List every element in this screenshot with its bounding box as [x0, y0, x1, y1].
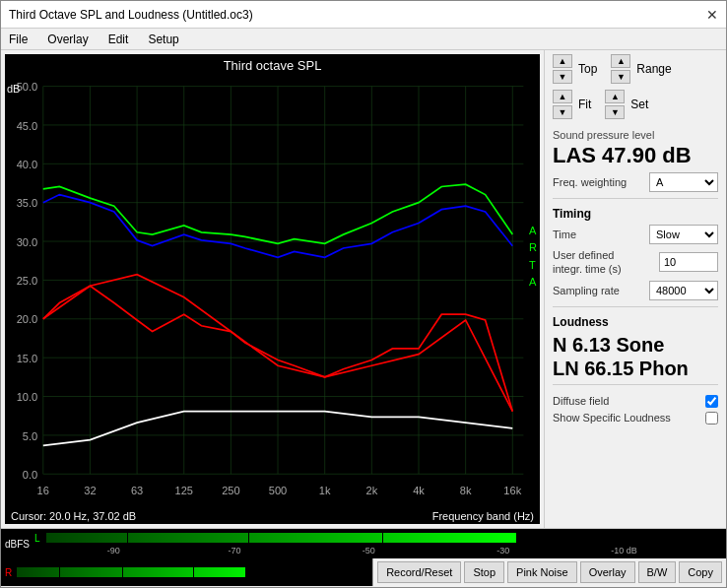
time-row: Time Slow Fast — [553, 225, 718, 244]
svg-text:25.0: 25.0 — [17, 275, 38, 287]
svg-text:16k: 16k — [503, 485, 521, 496]
menu-overlay[interactable]: Overlay — [43, 32, 92, 47]
bw-button[interactable]: B/W — [638, 561, 677, 583]
r-tick-5 — [326, 565, 327, 579]
main-content: Third octave SPL dB — [1, 50, 726, 528]
show-specific-checkbox[interactable] — [705, 412, 718, 425]
user-defined-row: User definedintegr. time (s) — [553, 248, 718, 277]
pink-noise-button[interactable]: Pink Noise — [507, 561, 577, 583]
chart-footer: Cursor: 20.0 Hz, 37.02 dB Frequency band… — [5, 508, 540, 524]
svg-text:1k: 1k — [319, 485, 331, 496]
time-label: Time — [553, 229, 576, 240]
svg-text:5.0: 5.0 — [23, 429, 37, 441]
checkboxes-section: Diffuse field Show Specific Loudness — [553, 395, 718, 426]
svg-text:2k: 2k — [365, 485, 377, 496]
meter-r-track — [17, 567, 368, 577]
time-select[interactable]: Slow Fast — [649, 225, 718, 244]
right-panel: ▲ ▼ Top ▲ ▼ Range ▲ ▼ Fit ▲ ▼ — [544, 50, 726, 528]
fit-up-button[interactable]: ▲ — [553, 90, 572, 103]
main-window: Third Octave SPL and Loudness (Untitled.… — [0, 0, 727, 588]
svg-text:40.0: 40.0 — [17, 159, 38, 170]
sampling-rate-label: Sampling rate — [553, 285, 620, 296]
spl-section-label: Sound pressure level — [553, 129, 718, 141]
freq-weighting-row: Freq. weighting A C Z — [553, 172, 718, 192]
close-button[interactable]: ✕ — [706, 7, 718, 23]
menu-setup[interactable]: Setup — [144, 32, 182, 47]
set-nav-group: ▲ ▼ — [605, 90, 625, 119]
copy-button[interactable]: Copy — [679, 561, 722, 583]
menu-file[interactable]: File — [5, 32, 32, 47]
svg-text:4k: 4k — [413, 485, 425, 496]
top-up-button[interactable]: ▲ — [553, 54, 572, 68]
dbfs-label: dBFS — [1, 539, 34, 550]
diffuse-field-label: Diffuse field — [553, 395, 609, 407]
svg-text:10.0: 10.0 — [17, 391, 38, 403]
r-tick-4 — [263, 565, 264, 579]
show-specific-row: Show Specific Loudness — [553, 412, 718, 425]
svg-text:32: 32 — [84, 485, 96, 496]
timing-title: Timing — [553, 207, 718, 221]
range-nav-group: ▲ ▼ — [611, 54, 630, 84]
tick-label-90: -90 — [107, 546, 120, 555]
dbfs-meter-area: dBFS L — [1, 529, 726, 558]
tick-labels: -90 -70 -50 -30 -10 dB — [46, 546, 718, 555]
svg-text:8k: 8k — [460, 485, 472, 496]
tick-90 — [127, 531, 128, 545]
overlay-button[interactable]: Overlay — [580, 561, 635, 583]
svg-text:250: 250 — [222, 485, 239, 496]
meter-l-mask — [516, 533, 718, 543]
set-down-button[interactable]: ▼ — [605, 105, 625, 119]
cursor-text: Cursor: 20.0 Hz, 37.02 dB — [11, 510, 136, 522]
svg-text:0.0: 0.0 — [23, 469, 37, 481]
fit-label: Fit — [578, 98, 591, 111]
title-bar: Third Octave SPL and Loudness (Untitled.… — [1, 1, 726, 29]
tick-label-30: -30 — [496, 546, 509, 555]
meter-rows: L -90 — [34, 532, 722, 555]
user-defined-input[interactable] — [659, 252, 718, 272]
menu-bar: File Overlay Edit Setup — [1, 29, 726, 50]
sampling-rate-select[interactable]: 48000 44100 — [649, 281, 718, 300]
svg-text:A: A — [529, 276, 537, 288]
freq-weighting-select[interactable]: A C Z — [649, 172, 718, 192]
tick-10 — [637, 531, 638, 545]
svg-text:63: 63 — [131, 485, 143, 496]
l-label: L — [34, 533, 44, 544]
diffuse-field-checkbox[interactable] — [705, 395, 718, 408]
tick-50 — [382, 531, 383, 545]
bottom-r-row: R Record/Reset Stop Pink Noise Overlay — [1, 558, 726, 586]
set-up-button[interactable]: ▲ — [605, 90, 625, 103]
range-up-button[interactable]: ▲ — [611, 54, 630, 68]
r-tick-2 — [122, 565, 123, 579]
svg-text:35.0: 35.0 — [17, 197, 38, 209]
tick-label-10: -10 dB — [611, 546, 637, 555]
record-reset-button[interactable]: Record/Reset — [377, 561, 461, 583]
r-tick-3 — [193, 565, 194, 579]
freq-label: Frequency band (Hz) — [432, 510, 534, 522]
top-down-button[interactable]: ▼ — [553, 70, 572, 84]
action-buttons: Record/Reset Stop Pink Noise Overlay B/W… — [372, 558, 726, 586]
loudness-title: Loudness — [553, 315, 718, 329]
freq-weighting-label: Freq. weighting — [553, 176, 627, 188]
svg-text:15.0: 15.0 — [17, 353, 38, 364]
chart-area: Third octave SPL dB — [5, 54, 540, 524]
meter-l-track — [46, 533, 718, 543]
stop-button[interactable]: Stop — [464, 561, 504, 583]
r-label: R — [5, 567, 15, 578]
svg-text:500: 500 — [269, 485, 287, 496]
fit-down-button[interactable]: ▼ — [553, 105, 572, 119]
tick-30 — [516, 531, 517, 545]
spl-section: Sound pressure level LAS 47.90 dB Freq. … — [553, 129, 718, 199]
r-meter-section: R — [1, 558, 372, 586]
top-label: Top — [578, 62, 597, 76]
svg-text:125: 125 — [174, 485, 192, 496]
top-nav-group: ▲ ▼ — [553, 54, 572, 84]
range-down-button[interactable]: ▼ — [611, 70, 630, 84]
tick-label-70: -70 — [228, 546, 240, 555]
y-axis-label: dB — [7, 83, 20, 95]
svg-text:20.0: 20.0 — [17, 313, 38, 325]
range-label: Range — [636, 62, 671, 76]
chart-container: dB — [5, 75, 540, 508]
menu-edit[interactable]: Edit — [104, 32, 133, 47]
meter-ticks-row: -90 -70 -50 -30 -10 dB — [34, 546, 718, 555]
meter-l-row: L — [34, 532, 718, 544]
